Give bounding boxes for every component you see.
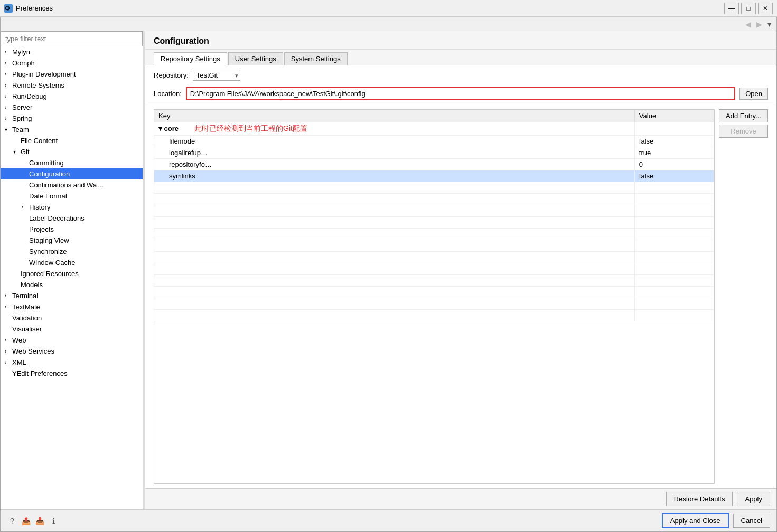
tab-system-settings[interactable]: System Settings	[284, 52, 348, 65]
sidebar-item-validation[interactable]: Validation	[1, 312, 143, 324]
sidebar-item-label-synchronize: Synchronize	[29, 248, 67, 255]
sidebar-item-web-services[interactable]: ›Web Services	[1, 346, 143, 357]
open-button[interactable]: Open	[739, 88, 768, 100]
sidebar-item-label-web-services: Web Services	[12, 347, 54, 355]
import-icon[interactable]: 📥	[34, 516, 45, 526]
table-row[interactable]: logallrefup…true	[154, 147, 714, 159]
key-header: Key	[154, 110, 634, 122]
sidebar-item-label-oomph: Oomph	[12, 59, 35, 67]
sidebar-item-server[interactable]: ›Server	[1, 102, 143, 113]
sidebar-item-git[interactable]: ▾Git	[1, 146, 143, 157]
sidebar-item-synchronize[interactable]: Synchronize	[1, 246, 143, 257]
sidebar-item-yedit-prefs[interactable]: YEdit Preferences	[1, 368, 143, 379]
sidebar-item-file-content[interactable]: File Content	[1, 135, 143, 146]
sidebar-item-mylyn[interactable]: ›Mylyn	[1, 46, 143, 58]
sidebar-item-label-validation: Validation	[12, 314, 42, 322]
sidebar-item-projects[interactable]: Projects	[1, 224, 143, 235]
sidebar-item-label-configuration: Configuration	[29, 170, 70, 178]
main-content: Configuration Repository SettingsUser Se…	[145, 31, 776, 509]
close-button[interactable]: ✕	[758, 3, 773, 14]
sidebar-item-ignored-resources[interactable]: Ignored Resources	[1, 268, 143, 279]
expand-arrow-history: ›	[22, 204, 29, 210]
sidebar-item-label-confirmations-and-wa: Confirmations and Wa…	[29, 181, 104, 189]
sidebar-item-label-remote-systems: Remote Systems	[12, 81, 64, 89]
forward-button[interactable]: ▶	[754, 19, 764, 30]
sidebar-item-configuration[interactable]: Configuration	[1, 168, 143, 179]
cancel-button[interactable]: Cancel	[733, 514, 770, 528]
table-row-empty	[154, 194, 714, 205]
table-row[interactable]: ▾ core此时已经检测到当前工程的Git配置	[154, 122, 714, 136]
repository-label: Repository:	[154, 71, 189, 79]
help-icon[interactable]: ?	[7, 516, 17, 526]
location-input[interactable]	[186, 87, 735, 100]
minimize-button[interactable]: —	[724, 3, 739, 14]
apply-and-close-button[interactable]: Apply and Close	[662, 513, 729, 528]
apply-button[interactable]: Apply	[737, 492, 770, 506]
sidebar-item-label-spring: Spring	[12, 115, 32, 122]
dialog-toolbar: ◀ ▶ ▾	[1, 17, 776, 31]
sidebar-item-label-date-format: Date Format	[29, 192, 67, 200]
sidebar-item-oomph[interactable]: ›Oomph	[1, 58, 143, 69]
sidebar-item-label-models: Models	[21, 281, 43, 289]
expand-arrow-textmate: ›	[5, 304, 12, 310]
sidebar-item-label-yedit-prefs: YEdit Preferences	[12, 369, 68, 377]
sidebar-item-label-decorations[interactable]: Label Decorations	[1, 213, 143, 224]
sidebar-item-label-visualiser: Visualiser	[12, 325, 42, 333]
expand-arrow-remote-systems: ›	[5, 82, 12, 88]
sidebar-item-xml[interactable]: ›XML	[1, 357, 143, 368]
table-row-empty	[154, 298, 714, 310]
tab-repo-settings[interactable]: Repository Settings	[154, 52, 227, 65]
add-entry-button[interactable]: Add Entry...	[719, 109, 768, 122]
maximize-button[interactable]: □	[741, 3, 756, 14]
sidebar-item-spring[interactable]: ›Spring	[1, 113, 143, 124]
table-row-empty	[154, 275, 714, 287]
sidebar-item-label-xml: XML	[12, 358, 26, 366]
sidebar-item-label-ignored-resources: Ignored Resources	[21, 270, 79, 278]
sidebar-item-terminal[interactable]: ›Terminal	[1, 290, 143, 301]
value-cell: true	[634, 147, 714, 159]
export-icon[interactable]: 📤	[21, 516, 31, 526]
sidebar-item-remote-systems[interactable]: ›Remote Systems	[1, 80, 143, 91]
expand-arrow-plugin-dev: ›	[5, 71, 12, 77]
sidebar-item-models[interactable]: Models	[1, 279, 143, 290]
sidebar-item-history[interactable]: ›History	[1, 202, 143, 213]
restore-defaults-button[interactable]: Restore Defaults	[666, 492, 733, 506]
expand-arrow-xml: ›	[5, 359, 12, 365]
sidebar-item-window-cache[interactable]: Window Cache	[1, 257, 143, 268]
expand-arrow-web: ›	[5, 337, 12, 343]
value-cell	[634, 122, 714, 136]
sidebar-item-team[interactable]: ▾Team	[1, 124, 143, 135]
sidebar-item-web[interactable]: ›Web	[1, 335, 143, 346]
dialog-footer: ? 📤 📥 ℹ Apply and Close Cancel	[1, 509, 776, 531]
bottom-bar: Restore Defaults Apply	[145, 488, 776, 509]
annotation-text: 此时已经检测到当前工程的Git配置	[194, 124, 307, 132]
sidebar-item-run-debug[interactable]: ›Run/Debug	[1, 91, 143, 102]
repository-dropdown[interactable]: TestGit	[193, 70, 240, 81]
sidebar-item-staging-view[interactable]: Staging View	[1, 235, 143, 246]
sidebar-item-committing[interactable]: Committing	[1, 157, 143, 168]
table-row-empty	[154, 205, 714, 217]
table-row-empty	[154, 287, 714, 298]
sidebar-item-plugin-dev[interactable]: ›Plug-in Development	[1, 69, 143, 80]
tabs-bar: Repository SettingsUser SettingsSystem S…	[145, 50, 776, 65]
info-icon[interactable]: ℹ	[48, 516, 59, 526]
table-row[interactable]: symlinksfalse	[154, 170, 714, 182]
sidebar-item-label-mylyn: Mylyn	[12, 48, 30, 56]
tab-user-settings[interactable]: User Settings	[228, 52, 283, 65]
nav-dropdown-button[interactable]: ▾	[765, 19, 773, 30]
sidebar-item-label-web: Web	[12, 336, 26, 344]
table-row[interactable]: repositoryfo…0	[154, 159, 714, 170]
filter-input[interactable]	[1, 31, 143, 46]
sidebar-item-confirmations-and-wa[interactable]: Confirmations and Wa…	[1, 179, 143, 191]
sidebar-item-textmate[interactable]: ›TextMate	[1, 301, 143, 312]
back-button[interactable]: ◀	[743, 19, 753, 30]
window-controls: — □ ✕	[724, 3, 773, 14]
remove-button[interactable]: Remove	[719, 125, 768, 138]
table-row-empty	[154, 310, 714, 321]
sidebar-item-date-format[interactable]: Date Format	[1, 191, 143, 202]
key-cell: symlinks	[154, 170, 634, 182]
kv-area: Key Value ▾ core此时已经检测到当前工程的Git配置filemod…	[145, 105, 776, 488]
sidebar-item-visualiser[interactable]: Visualiser	[1, 324, 143, 335]
table-row-empty	[154, 240, 714, 252]
table-row[interactable]: filemodefalse	[154, 136, 714, 147]
